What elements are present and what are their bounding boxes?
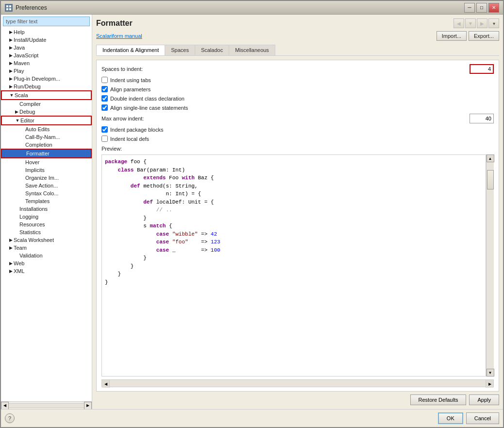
tree-arrow-compiler [14,101,19,107]
help-icon-button[interactable]: ? [5,413,15,423]
horizontal-scrollbar[interactable] [9,403,84,408]
sidebar-item-label: Compiler [19,101,41,107]
tree-arrow-completion [19,142,25,148]
apply-button[interactable]: Apply [469,394,499,405]
tab-miscellaneous[interactable]: Miscellaneous [229,45,275,55]
indent-local-defs-checkbox[interactable] [101,136,108,142]
sidebar-item-organize-im[interactable]: Organize Im... [1,174,92,182]
code-line: n: Int) = { [105,190,483,198]
sidebar-item-compiler[interactable]: Compiler [1,100,92,108]
code-line: package foo { [105,158,483,166]
sidebar-item-validation[interactable]: Validation [1,252,92,259]
tree-arrow-syntax [19,190,25,196]
nav-back-button[interactable]: ◀ [454,18,464,28]
tree-arrow-help [8,29,14,35]
close-button[interactable]: ✕ [488,3,499,13]
sidebar-item-syntax-col[interactable]: Syntax Colo... [1,189,92,197]
sidebar-item-scala[interactable]: Scala [1,90,92,100]
cancel-button[interactable]: Cancel [466,412,499,424]
sidebar-item-javascript[interactable]: JavaScript [1,51,92,59]
scroll-up-arrow[interactable]: ▲ [487,154,494,162]
tree-container: Help Install/Update Java JavaScript Mave… [1,28,92,401]
sidebar-item-editor[interactable]: Editor [1,116,92,125]
max-arrow-indent-input[interactable] [470,114,494,123]
sidebar-item-auto-edits[interactable]: Auto Edits [1,125,92,133]
sidebar-item-label: Team [14,245,27,251]
sidebar-item-label: Web [14,260,24,266]
maximize-button[interactable]: □ [476,3,487,13]
svg-rect-3 [6,8,8,10]
sidebar-item-xml[interactable]: XML [1,267,92,275]
sidebar-item-scala-worksheet[interactable]: Scala Worksheet [1,236,92,244]
sidebar-item-save-action[interactable]: Save Action... [1,182,92,189]
tab-indentation[interactable]: Indentation & Alignment [96,45,165,55]
sidebar-item-completion[interactable]: Completion [1,141,92,149]
max-arrow-indent-label: Max arrow indent: [101,116,144,121]
import-button[interactable]: Import... [437,31,467,41]
nav-menu-button[interactable]: ▾ [488,18,499,28]
scroll-right-button[interactable]: ▶ [84,402,92,410]
sidebar-item-label: Hover [25,159,39,165]
sidebar-item-install-update[interactable]: Install/Update [1,36,92,44]
sidebar-item-logging[interactable]: Logging [1,213,92,221]
sidebar-item-run-debug[interactable]: Run/Debug [1,83,92,90]
hscroll-left[interactable]: ◀ [102,380,110,388]
double-indent-checkbox[interactable] [101,95,108,102]
sidebar-item-web[interactable]: Web [1,259,92,267]
sidebar-item-formatter[interactable]: Formatter [1,149,92,158]
tree-arrow-autoedits [19,126,25,132]
sidebar-item-implicits[interactable]: Implicits [1,166,92,174]
tree-arrow-debug [14,109,19,115]
sidebar-item-debug[interactable]: Debug [1,108,92,116]
scroll-left-button[interactable]: ◀ [1,402,9,410]
filter-input[interactable] [3,17,90,26]
align-single-line-checkbox[interactable] [101,104,108,111]
tree-arrow-callbyname [19,134,25,140]
indent-package-blocks-checkbox[interactable] [101,126,108,133]
restore-defaults-button[interactable]: Restore Defaults [410,394,467,405]
spaces-to-indent-input[interactable] [470,64,494,74]
tree-arrow-web [8,260,14,266]
titlebar: Preferences ─ □ ✕ [1,1,503,15]
align-parameters-checkbox[interactable] [101,86,108,92]
sidebar-item-label: Validation [19,253,43,258]
sidebar-item-call-by-name[interactable]: Call-By-Nam... [1,133,92,141]
indent-using-tabs-label: Indent using tabs [110,77,151,83]
code-line: def method(s: String, [105,182,483,190]
ok-button[interactable]: OK [438,412,463,424]
sidebar-item-statistics[interactable]: Statistics [1,228,92,236]
import-export-buttons: Import... Export... [437,31,499,41]
double-indent-row: Double indent class declaration [101,95,494,102]
minimize-button[interactable]: ─ [464,3,475,13]
tab-spaces[interactable]: Spaces [165,45,195,55]
sidebar-item-team[interactable]: Team [1,244,92,252]
scroll-down-arrow[interactable]: ▼ [487,369,494,377]
scroll-thumb[interactable] [487,170,494,189]
nav-forward-button[interactable]: ▶ [477,18,487,28]
code-preview-hscrollbar[interactable]: ◀ ▶ [101,379,494,387]
sidebar-item-help[interactable]: Help [1,28,92,36]
indent-local-defs-label: Indent local defs [110,136,149,142]
indent-package-blocks-label: Indent package blocks [110,127,163,133]
sidebar-item-resources[interactable]: Resources [1,221,92,228]
scalariform-link[interactable]: Scalariform manual [96,33,142,39]
indent-using-tabs-checkbox[interactable] [101,77,108,83]
sidebar-item-label: Help [14,29,25,35]
sidebar-item-templates[interactable]: Templates [1,197,92,205]
sidebar-item-installations[interactable]: Installations [1,205,92,213]
left-panel: Help Install/Update Java JavaScript Mave… [1,15,92,409]
hscroll-right[interactable]: ▶ [486,380,493,388]
export-button[interactable]: Export... [469,31,499,41]
sidebar-item-maven[interactable]: Maven [1,59,92,67]
preferences-window: Preferences ─ □ ✕ Help Install/Update [0,0,504,428]
code-line: case "foo" => 123 [105,238,483,246]
sidebar-item-hover[interactable]: Hover [1,158,92,166]
tab-scaladoc[interactable]: Scaladoc [195,45,229,55]
nav-down-button[interactable]: ▼ [465,18,476,28]
indent-using-tabs-row: Indent using tabs [101,77,494,83]
code-preview-scrollbar[interactable]: ▲ ▼ [486,154,494,377]
sidebar-item-java[interactable]: Java [1,44,92,51]
sidebar-item-play[interactable]: Play [1,67,92,75]
sidebar-item-label: JavaScript [14,52,38,58]
sidebar-item-plugin-dev[interactable]: Plug-in Developm... [1,75,92,83]
